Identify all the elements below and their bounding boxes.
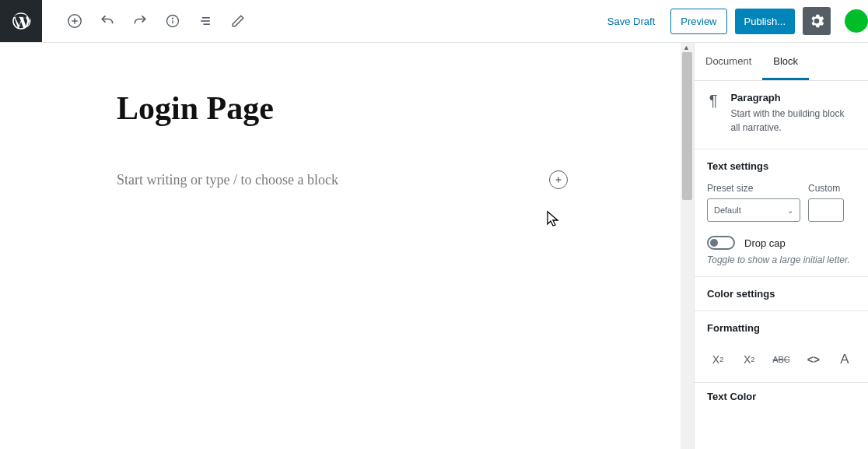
save-draft-link[interactable]: Save Draft [600, 16, 663, 27]
block-type-desc: Start with the building block all narrat… [730, 107, 856, 135]
strikethrough-button[interactable]: ABC [772, 348, 790, 371]
settings-button[interactable] [803, 7, 831, 35]
canvas-wrap: Login Page Start writing or type / to ch… [0, 43, 694, 449]
dropcap-hint: Toggle to show a large initial letter. [707, 254, 856, 265]
redo-icon [132, 13, 148, 29]
block-type-name: Paragraph [730, 92, 856, 103]
formatting-panel: Formatting X2 X2 ABC <> A [695, 311, 868, 383]
scroll-up-icon[interactable]: ▲ [683, 44, 690, 51]
block-info: ¶ Paragraph Start with the building bloc… [695, 81, 868, 149]
add-block-button[interactable] [61, 7, 89, 35]
color-settings-title: Color settings [707, 288, 856, 300]
paragraph-icon: ¶ [707, 92, 719, 135]
toolbar-right: Save Draft Preview Publish... [600, 7, 868, 35]
subscript-button[interactable]: X2 [741, 348, 757, 371]
inline-add-button[interactable] [549, 170, 568, 189]
scrollbar[interactable]: ▲ [681, 43, 694, 449]
undo-icon [100, 13, 115, 29]
redo-button[interactable] [126, 7, 154, 35]
settings-sidebar: Document Block ¶ Paragraph Start with th… [694, 43, 868, 449]
paragraph-block[interactable]: Start writing or type / to choose a bloc… [117, 170, 577, 189]
superscript-button[interactable]: X2 [710, 348, 726, 371]
cursor-icon [546, 210, 560, 231]
gear-icon [809, 13, 824, 29]
block-placeholder[interactable]: Start writing or type / to choose a bloc… [117, 172, 549, 188]
publish-button[interactable]: Publish... [735, 9, 795, 34]
formatting-buttons: X2 X2 ABC <> A [707, 345, 856, 371]
preset-size-label: Preset size [707, 183, 800, 194]
info-button[interactable] [159, 7, 187, 35]
edit-button[interactable] [224, 7, 252, 35]
editor-body: Login Page Start writing or type / to ch… [0, 43, 868, 449]
wordpress-icon [11, 11, 31, 31]
plus-circle-icon [66, 12, 83, 30]
chevron-down-icon: ⌄ [787, 206, 793, 215]
inline-code-button[interactable]: <> [806, 348, 821, 371]
preset-size-row: Preset size Default ⌄ Custom [707, 183, 856, 222]
info-icon [165, 13, 180, 29]
jetpack-icon[interactable] [845, 9, 868, 33]
color-settings-panel[interactable]: Color settings [695, 277, 868, 311]
preset-size-select[interactable]: Default ⌄ [707, 198, 800, 222]
list-icon [198, 13, 213, 29]
wp-logo[interactable] [0, 0, 42, 42]
formatting-title: Formatting [707, 322, 856, 334]
dropcap-label: Drop cap [744, 237, 786, 249]
page-title[interactable]: Login Page [117, 89, 577, 127]
plus-icon [554, 175, 563, 184]
undo-button[interactable] [93, 7, 121, 35]
sidebar-tabs: Document Block [695, 43, 868, 81]
text-settings-title: Text settings [707, 160, 856, 172]
text-color-button[interactable]: A [837, 348, 852, 371]
custom-size-label: Custom [808, 183, 844, 194]
toolbar-left [42, 7, 252, 35]
tab-document[interactable]: Document [695, 43, 762, 80]
scrollbar-thumb[interactable] [682, 52, 692, 200]
outline-button[interactable] [191, 7, 219, 35]
preview-button[interactable]: Preview [670, 9, 726, 34]
tab-block[interactable]: Block [762, 43, 809, 80]
text-settings-panel: Text settings Preset size Default ⌄ Cust… [695, 149, 868, 277]
custom-size-input[interactable] [808, 198, 844, 222]
canvas[interactable]: Login Page Start writing or type / to ch… [0, 43, 694, 189]
preset-size-value: Default [714, 205, 741, 215]
text-color-title: Text Color [695, 383, 868, 402]
editor-topbar: Save Draft Preview Publish... [0, 0, 868, 43]
svg-point-5 [173, 18, 173, 19]
dropcap-row: Drop cap [707, 236, 856, 250]
dropcap-toggle[interactable] [707, 236, 735, 250]
pencil-icon [231, 14, 245, 28]
